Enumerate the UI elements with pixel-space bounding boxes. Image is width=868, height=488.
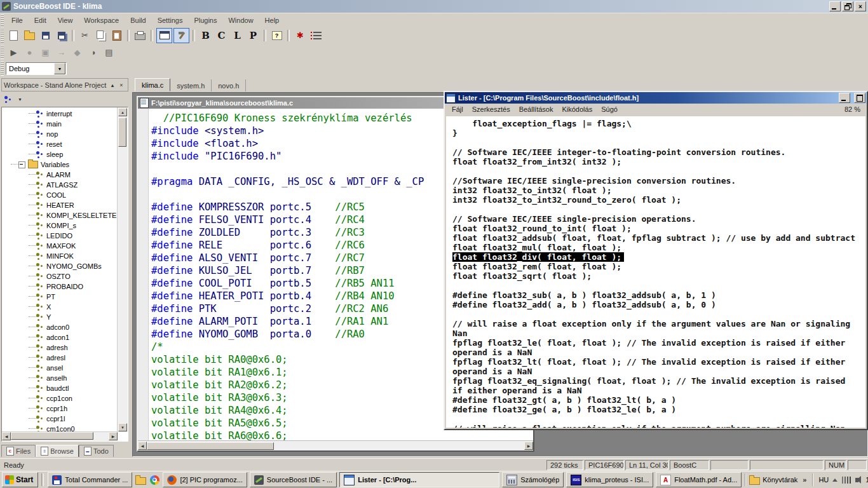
tree-item-variable[interactable]: LEDIDO [2, 231, 118, 241]
reset-debug-icon[interactable]: ◆ [70, 45, 85, 59]
tree-item-variable[interactable]: PT [2, 292, 118, 302]
lister-title-bar[interactable]: Lister - [C:\Program Files\SourceBoost\i… [445, 92, 867, 104]
print-icon[interactable] [133, 29, 147, 43]
collapse-icon[interactable] [18, 161, 25, 168]
taskbar-clock[interactable]: 10:10 [865, 476, 868, 484]
tree-vertical-scrollbar[interactable]: ▲ ▼ [117, 107, 128, 432]
debug-toolbar-gripper[interactable] [1, 45, 4, 59]
menu-view[interactable]: View [52, 15, 79, 26]
taskbar-lister[interactable]: Lister - [C:\Prog... [339, 472, 499, 487]
build-config-select[interactable]: Debug ▼ [6, 62, 67, 75]
tree-item-function[interactable]: reset [2, 139, 118, 149]
symbols-icon[interactable] [4, 95, 11, 103]
tree-item-variable[interactable]: OSZTO [2, 271, 118, 281]
sidebar-tab-todo[interactable]: ≔Todo [79, 445, 114, 457]
editor-horizontal-scrollbar[interactable]: ◀ ▶ [138, 440, 533, 451]
tree-item-variable[interactable]: adresh [2, 342, 118, 353]
tree-item-variable[interactable]: anselh [2, 373, 118, 383]
network-signal-icon[interactable] [842, 477, 851, 484]
restore-button[interactable] [842, 1, 853, 11]
scroll-right-icon[interactable]: ▶ [109, 432, 118, 440]
menu-plugins[interactable]: Plugins [188, 15, 222, 26]
tree-item-variable[interactable]: KOMPI_KESLELTETES [2, 210, 118, 220]
tree-item-variable[interactable]: baudctl [2, 383, 118, 393]
help-icon[interactable]: ? [269, 29, 284, 43]
taskbar-isis[interactable]: ISISklima_proteus - ISI... [566, 472, 653, 487]
todo-list-icon[interactable] [309, 29, 323, 43]
sidebar-collapse-icon[interactable]: ▴ [108, 81, 117, 89]
step-into-icon[interactable]: → [54, 45, 69, 59]
tree-item-variable[interactable]: X [2, 302, 118, 312]
debug-run-icon[interactable]: ▶ [6, 45, 21, 59]
output-doc-icon[interactable]: ▤ [102, 45, 116, 59]
save-icon[interactable] [38, 29, 53, 43]
tree-item-variable[interactable]: Y [2, 312, 118, 322]
sidebar-tab-files[interactable]: CFiles [1, 445, 36, 457]
lister-maximize-button[interactable] [854, 93, 865, 103]
quicklaunch-folder[interactable] [135, 474, 146, 485]
tree-item-variable[interactable]: ALARM [2, 170, 118, 180]
libraries-toolbar[interactable]: Könyvtárak » [749, 475, 809, 485]
tree-item-function[interactable]: interrupt [2, 109, 118, 119]
tree-item-variable[interactable]: ansel [2, 363, 118, 373]
sidebar-dropdown-icon[interactable]: ▼ [18, 97, 22, 102]
step-over-icon[interactable]: ▣ [38, 45, 53, 59]
editor-tab-system-h[interactable]: system.h [170, 79, 212, 92]
menu-build[interactable]: Build [125, 15, 151, 26]
save-all-icon[interactable] [54, 29, 69, 43]
toolbar-overflow-chevron-icon[interactable]: » [800, 476, 809, 484]
sidebar-tab-browse[interactable]: ≡Browse [36, 445, 79, 457]
minimize-button[interactable] [829, 1, 841, 11]
menu-edit[interactable]: Edit [29, 15, 52, 26]
editor-tab-novo-h[interactable]: novo.h [212, 79, 246, 92]
lister-minimize-button[interactable] [839, 93, 850, 103]
copy-icon[interactable] [93, 29, 108, 43]
open-file-icon[interactable] [22, 29, 37, 43]
debug-bug-icon[interactable]: ✱ [293, 29, 308, 43]
tree-item-variable[interactable]: MINFOK [2, 251, 118, 261]
workspace-view-icon[interactable] [156, 28, 172, 43]
program-p-icon[interactable]: P [246, 29, 261, 43]
language-indicator[interactable]: HU [817, 476, 831, 484]
taskbar-calculator[interactable]: Számológép [502, 472, 564, 487]
lister-menu-item[interactable]: Fájl [447, 104, 468, 114]
lister-content[interactable]: float_exception_flags |= flags;\} // Sof… [446, 116, 865, 428]
tree-item-variable[interactable]: adresl [2, 353, 118, 363]
volume-icon[interactable] [855, 478, 858, 482]
scroll-down-icon[interactable]: ▼ [118, 423, 127, 431]
scroll-left-icon[interactable]: ◀ [2, 432, 11, 440]
tree-item-function[interactable]: sleep [2, 149, 118, 159]
debug-pause-icon[interactable]: ● [22, 45, 37, 59]
tree-folder-variables[interactable]: Variables [2, 159, 118, 170]
tree-item-variable[interactable]: ATLAGSZ [2, 180, 118, 190]
lister-menu-item[interactable]: Szerkesztés [468, 104, 515, 114]
menu-window[interactable]: Window [222, 15, 259, 26]
tree-item-variable[interactable]: PROBAIDO [2, 281, 118, 292]
editor-scroll-right-icon[interactable]: ▶ [524, 442, 533, 450]
menu-file[interactable]: File [6, 15, 29, 26]
lister-menu-item[interactable]: Kikódolás [557, 104, 597, 114]
lister-menu-item[interactable]: Súgó [597, 104, 622, 114]
link-l-icon[interactable]: L [230, 29, 245, 43]
new-file-icon[interactable] [6, 29, 21, 43]
menu-workspace[interactable]: Workspace [78, 15, 125, 26]
menu-settings[interactable]: Settings [152, 15, 189, 26]
taskbar-sourceboost[interactable]: SourceBoost IDE - ... [250, 472, 337, 487]
menu-help[interactable]: Help [259, 15, 285, 26]
build-hammer-icon[interactable] [173, 28, 189, 43]
toolbar-gripper[interactable] [1, 28, 4, 43]
taskbar-pdf[interactable]: AFloatMath.pdf - Ad... [656, 472, 742, 487]
tree-item-function[interactable]: nop [2, 129, 118, 139]
lister-menu-item[interactable]: Beállítások [515, 104, 558, 114]
paste-icon[interactable] [109, 29, 124, 43]
stopwatch-icon[interactable]: ◑ [86, 45, 100, 59]
tree-item-variable[interactable]: ccpr1h [2, 403, 118, 414]
scroll-up-icon[interactable]: ▲ [118, 108, 127, 116]
quicklaunch-chrome[interactable] [149, 474, 160, 485]
editor-scroll-left-icon[interactable]: ◀ [138, 442, 147, 450]
build-b-icon[interactable]: B [198, 29, 213, 43]
cut-icon[interactable]: ✂ [78, 29, 92, 43]
tree-item-variable[interactable]: ccp1con [2, 393, 118, 403]
start-button[interactable]: Start [2, 472, 38, 487]
combo-gripper[interactable] [1, 62, 4, 76]
